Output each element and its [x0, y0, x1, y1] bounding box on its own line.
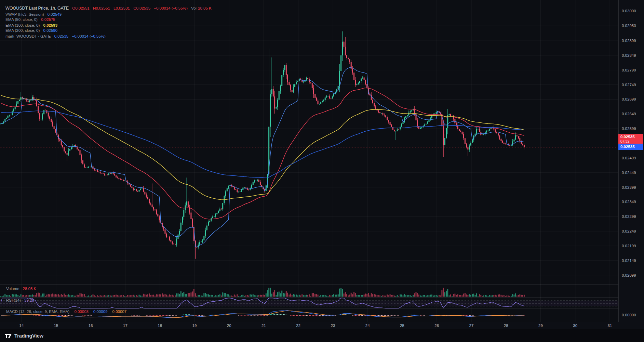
price-axis-label: 0.02599 [622, 127, 636, 131]
time-axis-label: 20 [227, 324, 231, 328]
ema200-name: EMA (200, close, 0) [5, 28, 40, 32]
price-axis-label: 0.02799 [622, 68, 636, 72]
price-axis-label: 0.02950 [622, 24, 636, 28]
ema100-name: EMA (100, close, 0) [5, 23, 40, 27]
macd-line-value: -0.00009 [92, 310, 107, 314]
time-axis-label: 22 [296, 324, 300, 328]
volume-value: 28.05 K [23, 287, 37, 291]
price-axis-label: 0.02499 [622, 156, 636, 160]
time-axis-label: 27 [469, 324, 474, 328]
volume-pane-title[interactable]: Volume 28.05 K [6, 287, 39, 291]
time-axis-label: 29 [538, 324, 543, 328]
price-axis-label: 0.03000 [622, 9, 636, 13]
time-axis-label: 16 [89, 324, 93, 328]
footer-bar: TradingView [0, 329, 644, 342]
ohlc-low: L0.02531 [113, 6, 130, 10]
ema200-value: 0.02590 [43, 28, 58, 32]
rsi-pane-title[interactable]: RSI (14) 39.29 [6, 298, 37, 302]
last-price-tag: 0.02535 07:32 [618, 134, 643, 144]
macd-pane-title[interactable]: MACD (12, 26, close, 9, EMA, EMA) -0.000… [6, 310, 129, 314]
legend-ema200-row[interactable]: EMA (200, close, 0) 0.02590 [5, 28, 60, 32]
price-axis-label: 0.02899 [622, 39, 636, 43]
volume-label: Volume [6, 287, 19, 291]
vol-label: Vol [191, 6, 197, 10]
price-axis-label: 0.02299 [622, 214, 636, 219]
vwap-value: 0.02549 [48, 12, 62, 16]
ema50-name: EMA (50, close, 0) [5, 17, 38, 22]
vwap-name: VWAP (hlc3, Session) [5, 12, 44, 16]
ohlc-high: H0.02551 [93, 6, 110, 10]
price-axis-label: 0.02149 [622, 259, 636, 263]
change-value: −0.00014 (−0.55%) [154, 6, 187, 10]
time-axis-label: 18 [158, 324, 162, 328]
time-axis-label: 25 [400, 324, 404, 328]
mark-name: mark_WOOUSDT · GATE [5, 34, 51, 38]
vol-value: 28.05 K [198, 6, 212, 10]
legend-ema100-row[interactable]: EMA (100, close, 0) 0.02593 [5, 23, 60, 27]
rsi-value: 39.29 [24, 298, 34, 302]
legend-vwap-row[interactable]: VWAP (hlc3, Session) 0.02549 [5, 12, 64, 16]
price-axis[interactable]: 0.030000.029500.028990.028490.027990.027… [618, 0, 644, 322]
time-axis-label: 31 [608, 324, 612, 328]
mark-change: −0.00014 (−0.55%) [72, 34, 105, 38]
price-chart-canvas[interactable] [0, 0, 644, 342]
price-axis-label: 0.02849 [622, 53, 636, 57]
time-axis[interactable] [0, 322, 644, 330]
tradingview-chart-window: 0.030000.029500.028990.028490.027990.027… [0, 0, 644, 342]
time-axis-label: 19 [192, 324, 197, 328]
tradingview-logo-icon [5, 333, 12, 338]
last-price-value: 0.02535 [620, 135, 643, 139]
tradingview-brand-text: TradingView [14, 333, 43, 339]
macd-label: MACD (12, 26, close, 9, EMA, EMA) [6, 310, 69, 314]
legend-ema50-row[interactable]: EMA (50, close, 0) 0.02575 [5, 17, 58, 22]
ema50-value: 0.02575 [41, 17, 55, 22]
macd-hist-value: -0.00003 [73, 310, 89, 314]
mark-value: 0.02535 [54, 34, 69, 38]
symbol-title: WOOUSDT Last Price, 1h, GATE [5, 6, 69, 11]
time-axis-label: 14 [19, 324, 24, 328]
time-axis-label: 24 [365, 324, 370, 328]
macd-signal-value: -0.00007 [111, 310, 126, 314]
price-axis-label: 0.02749 [622, 83, 636, 87]
time-axis-label: 15 [54, 324, 58, 328]
ohlc-open: O0.02551 [72, 6, 90, 10]
time-axis-label: 21 [261, 324, 266, 328]
tradingview-logo-link[interactable]: TradingView [5, 333, 43, 339]
time-axis-label: 28 [504, 324, 508, 328]
legend-symbol-row[interactable]: WOOUSDT Last Price, 1h, GATE O0.02551 H0… [5, 6, 214, 11]
bar-countdown: 07:32 [620, 139, 643, 144]
time-axis-label: 30 [573, 324, 577, 328]
chart-layers [0, 0, 644, 342]
mark-price-tag: 0.02535 [618, 144, 643, 150]
price-axis-label: 0.02099 [622, 273, 636, 277]
time-axis-label: 26 [434, 324, 439, 328]
ema100-value: 0.02593 [43, 23, 58, 27]
ohlc-close: C0.02535 [133, 6, 150, 10]
price-axis-label: 0.02349 [622, 200, 636, 204]
price-axis-label: 0.02449 [622, 171, 636, 175]
price-axis-label: 0.02699 [622, 97, 636, 101]
time-axis-label: 17 [123, 324, 128, 328]
rsi-label: RSI (14) [6, 298, 21, 302]
price-axis-label: 0.02399 [622, 185, 636, 189]
price-axis-label: 0.02649 [622, 112, 636, 116]
mark-price-value: 0.02535 [620, 145, 635, 149]
legend-mark-row[interactable]: mark_WOOUSDT · GATE 0.02535 −0.00014 (−0… [5, 34, 108, 38]
price-axis-label: 0.02199 [622, 244, 636, 248]
time-axis-label: 23 [331, 324, 335, 328]
price-axis-label: 0.02249 [622, 229, 636, 233]
macd-zero-label: 0.00000 [622, 313, 636, 317]
